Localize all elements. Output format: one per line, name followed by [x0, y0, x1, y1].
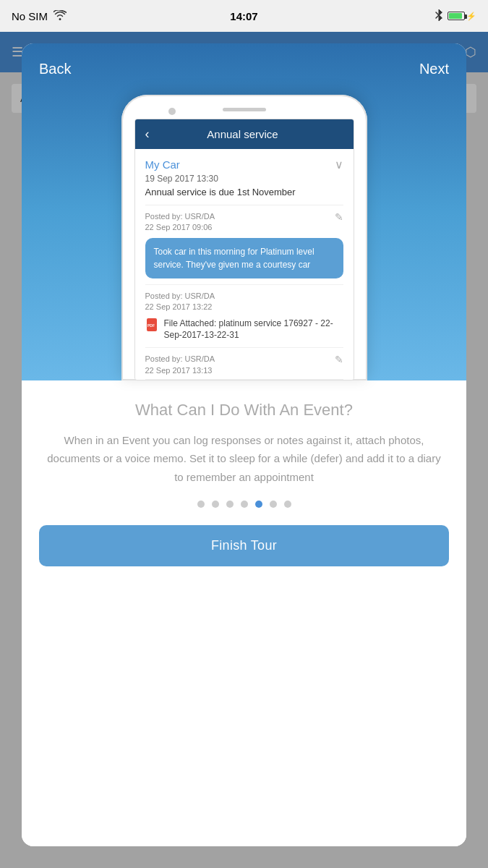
phone-screen: ‹ Annual service My Car ∨ 19 Sep 2017 13…	[134, 119, 354, 380]
phone-speaker	[223, 108, 266, 111]
dot-5-active	[255, 501, 262, 508]
post-meta-2: Posted by: USR/DA 22 Sep 2017 13:22	[145, 291, 343, 313]
event-car-name: My Car ∨	[145, 158, 343, 171]
dot-1	[197, 501, 205, 508]
dot-3	[226, 501, 234, 508]
phone-camera	[168, 108, 176, 115]
dot-7	[284, 501, 291, 508]
post-meta-1: Posted by: USR/DA 22 Sep 2017 09:06 ✎	[145, 211, 343, 234]
phone-notch	[134, 108, 354, 111]
post-by-1: Posted by: USR/DA	[145, 211, 215, 222]
dot-4	[241, 501, 248, 508]
post-date-1: 22 Sep 2017 09:06	[145, 222, 215, 233]
phone-back-arrow-icon: ‹	[145, 127, 150, 142]
modal-card: Back Next ‹ Annual service My Car	[22, 43, 466, 846]
attachment-label: File Attached: platinum service 176927 -…	[164, 318, 343, 342]
post-bubble-1: Took car in this morning for Platinum le…	[145, 238, 343, 278]
post-entry-2: Posted by: USR/DA 22 Sep 2017 13:22 PDF …	[145, 285, 343, 348]
pdf-icon: PDF	[145, 318, 158, 334]
back-button[interactable]: Back	[39, 58, 71, 80]
modal-bottom: What Can I Do With An Event? When in an …	[22, 380, 466, 846]
status-bar-right: ⚡	[435, 9, 476, 24]
post-attachment: PDF File Attached: platinum service 1769…	[145, 318, 343, 342]
finish-tour-button[interactable]: Finish Tour	[39, 525, 449, 566]
chevron-down-icon: ∨	[335, 158, 343, 171]
no-sim-label: No SIM	[12, 10, 48, 22]
post-by-3: Posted by: USR/DA	[145, 354, 215, 365]
event-date: 19 Sep 2017 13:30	[145, 174, 343, 184]
modal-title: What Can I Do With An Event?	[135, 401, 353, 420]
event-description: Annual service is due 1st November	[145, 187, 343, 205]
dots-indicator	[197, 501, 291, 508]
status-bar-left: No SIM	[12, 10, 67, 22]
svg-text:PDF: PDF	[147, 323, 155, 328]
battery-icon: ⚡	[448, 12, 476, 21]
wifi-icon	[53, 10, 67, 22]
modal-header: Back Next ‹ Annual service My Car	[22, 43, 466, 380]
dot-2	[212, 501, 219, 508]
modal-nav: Back Next	[39, 58, 449, 80]
post-entry-1: Posted by: USR/DA 22 Sep 2017 09:06 ✎ To…	[145, 205, 343, 285]
edit-icon-1: ✎	[335, 211, 343, 223]
phone-screen-title: Annual service	[157, 128, 329, 140]
status-bar-time: 14:07	[230, 10, 257, 22]
post-date-2: 22 Sep 2017 13:22	[145, 302, 215, 312]
phone-screen-body: My Car ∨ 19 Sep 2017 13:30 Annual servic…	[135, 149, 354, 380]
status-bar: No SIM 14:07 ⚡	[0, 0, 488, 32]
phone-screen-header: ‹ Annual service	[135, 119, 354, 149]
modal-description: When in an Event you can log responses o…	[39, 431, 449, 487]
post-meta-3: Posted by: USR/DA 22 Sep 2017 13:13 ✎	[145, 354, 343, 376]
post-date-3: 22 Sep 2017 13:13	[145, 365, 215, 376]
post-by-2: Posted by: USR/DA	[145, 291, 215, 302]
next-button[interactable]: Next	[419, 58, 449, 80]
bluetooth-icon	[435, 9, 443, 24]
phone-mockup: ‹ Annual service My Car ∨ 19 Sep 2017 13…	[121, 95, 367, 380]
dot-6	[270, 501, 277, 508]
post-entry-3: Posted by: USR/DA 22 Sep 2017 13:13 ✎	[145, 348, 343, 380]
edit-icon-3: ✎	[335, 354, 343, 365]
